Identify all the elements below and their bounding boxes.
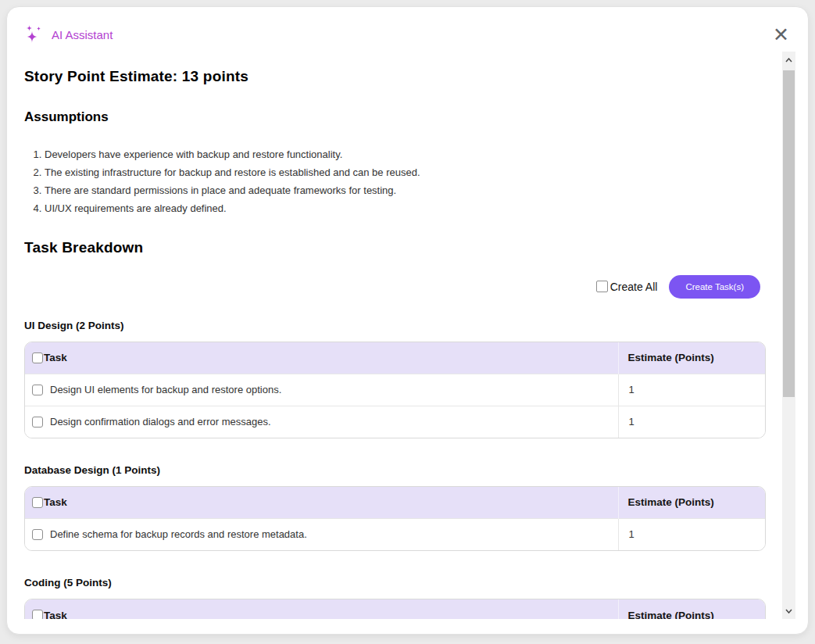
close-icon: ✕ [773, 23, 789, 45]
create-all-label: Create All [610, 281, 658, 293]
task-checkbox[interactable] [32, 385, 43, 395]
task-checkbox[interactable] [32, 417, 43, 428]
column-header-task: Task [44, 610, 67, 620]
column-header-estimate: Estimate (Points) [618, 342, 765, 374]
task-label: Design UI elements for backup and restor… [50, 384, 281, 395]
chevron-down-icon [785, 609, 792, 614]
table-header-row: Task Estimate (Points) [25, 342, 765, 374]
task-table-coding: Task Estimate (Points) [24, 599, 766, 619]
estimate-value: 1 [618, 374, 765, 406]
table-header-row: Task Estimate (Points) [25, 599, 765, 619]
create-all-checkbox[interactable] [596, 281, 608, 292]
scroll-up-button[interactable] [782, 52, 795, 67]
table-header-row: Task Estimate (Points) [25, 487, 765, 518]
dialog-content: Story Point Estimate: 13 points Assumpti… [24, 52, 767, 619]
select-all-checkbox[interactable] [32, 610, 43, 619]
dialog-header: AI Assistant ✕ [7, 7, 808, 48]
column-header-estimate: Estimate (Points) [618, 599, 765, 619]
select-all-checkbox[interactable] [32, 497, 43, 508]
table-row: Define schema for backup records and res… [25, 518, 765, 550]
vertical-scrollbar[interactable] [782, 52, 795, 619]
story-point-heading: Story Point Estimate: 13 points [24, 68, 767, 85]
estimate-value: 1 [618, 518, 765, 550]
column-header-task: Task [44, 352, 67, 363]
task-label: Define schema for backup records and res… [50, 528, 307, 540]
column-header-task: Task [44, 496, 67, 508]
task-label: Design confirmation dialogs and error me… [50, 416, 271, 428]
assumption-item: Developers have experience with backup a… [45, 145, 767, 163]
create-all-control[interactable]: Create All [596, 281, 658, 293]
section-title-coding: Coding (5 Points) [24, 577, 767, 589]
assumption-item: UI/UX requirements are already defined. [45, 199, 767, 217]
dialog-title: AI Assistant [52, 28, 113, 41]
assumptions-list: Developers have experience with backup a… [24, 145, 767, 217]
close-button[interactable]: ✕ [770, 25, 792, 45]
task-controls-row: Create All Create Task(s) [24, 274, 767, 299]
task-table-database-design: Task Estimate (Points) Define schema for… [24, 486, 766, 551]
chevron-up-icon [785, 58, 792, 63]
create-tasks-button[interactable]: Create Task(s) [669, 275, 760, 299]
task-checkbox[interactable] [32, 529, 43, 540]
section-title-ui-design: UI Design (2 Points) [24, 320, 767, 331]
assumptions-heading: Assumptions [24, 109, 767, 125]
ai-assistant-dialog: AI Assistant ✕ Story Point Estimate: 13 … [6, 6, 809, 635]
table-row: Design UI elements for backup and restor… [25, 374, 765, 406]
section-title-database-design: Database Design (1 Points) [24, 464, 767, 476]
sparkles-icon [24, 24, 45, 45]
task-table-ui-design: Task Estimate (Points) Design UI element… [24, 342, 766, 438]
task-breakdown-heading: Task Breakdown [24, 239, 767, 256]
scroll-down-button[interactable] [782, 603, 795, 618]
estimate-value: 1 [618, 406, 765, 438]
column-header-estimate: Estimate (Points) [618, 487, 765, 518]
scrollbar-thumb[interactable] [783, 70, 795, 397]
assumption-item: There are standard permissions in place … [45, 181, 767, 199]
table-row: Design confirmation dialogs and error me… [25, 406, 765, 438]
assumption-item: The existing infrastructure for backup a… [45, 163, 767, 181]
dialog-title-wrap: AI Assistant [24, 24, 113, 45]
select-all-checkbox[interactable] [32, 352, 43, 363]
